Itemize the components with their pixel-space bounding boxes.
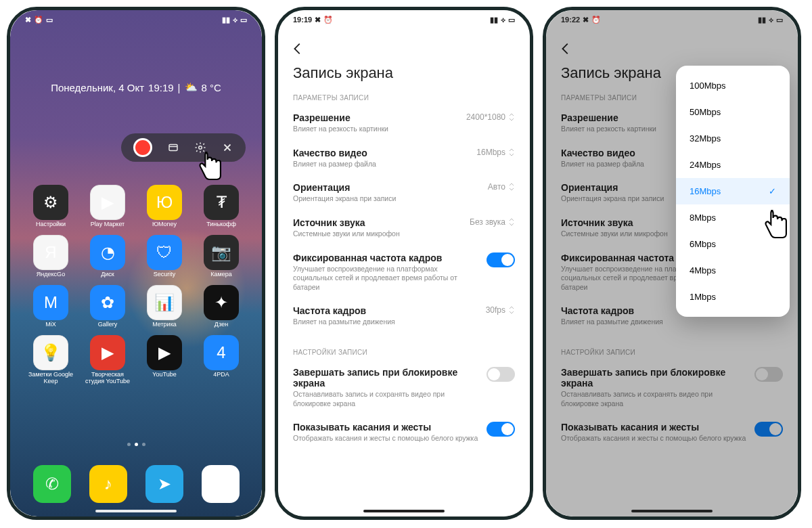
app-grid: ⚙Настройки▶Play МаркетЮЮMoney₮ТинькоффЯЯ… (24, 185, 248, 384)
row-lock-stop[interactable]: Завершать запись при блокировке экранаОс… (278, 360, 530, 415)
option-label: 32Mbps (690, 133, 721, 144)
app-play-маркет[interactable]: ▶Play Маркет (81, 185, 135, 228)
app-диск[interactable]: ◔Диск (81, 235, 135, 278)
status-time: 19:19 (293, 16, 312, 24)
row-fixed-fps[interactable]: Фиксированная частота кадровУлучшает вос… (278, 246, 530, 299)
app-мix[interactable]: MМiX (24, 285, 78, 328)
app-youtube[interactable]: ▶YouTube (137, 335, 191, 385)
app-icon: ₮ (204, 185, 239, 220)
row-resolution[interactable]: РазрешениеВлияет на резкость картинки 24… (278, 106, 530, 141)
app-[interactable]: O (192, 465, 248, 503)
app-label: Gallery (98, 322, 118, 328)
app-label: Метрика (152, 322, 177, 328)
home-indicator[interactable] (95, 510, 177, 512)
app-security[interactable]: 🛡Security (137, 235, 191, 278)
app-icon: M (33, 285, 68, 320)
section-recording: НАСТРОЙКИ ЗАПИСИ (293, 349, 515, 356)
signal-icon: ▮▮ (758, 16, 766, 24)
notif-icon: ▭ (46, 16, 53, 24)
app-icon: 📊 (147, 285, 182, 320)
dnd-icon: ✖ (315, 16, 321, 24)
option-label: 4Mbps (690, 265, 716, 276)
option-100Mbps[interactable]: 100Mbps (676, 72, 790, 99)
app-icon: O (202, 465, 240, 503)
option-6Mbps[interactable]: 6Mbps (676, 231, 790, 257)
app-icon: ▶ (90, 185, 125, 220)
settings-page: 19:19✖⏰ ▮▮⟡▭ Запись экрана ПАРАМЕТРЫ ЗАП… (278, 10, 530, 516)
option-label: 6Mbps (690, 239, 716, 249)
app-заметки-google-keep[interactable]: 💡Заметки Google Keep (24, 335, 78, 385)
status-bar: 19:19✖⏰ ▮▮⟡▭ (278, 10, 530, 29)
option-50Mbps[interactable]: 50Mbps (676, 99, 790, 125)
option-1Mbps[interactable]: 1Mbps (676, 284, 790, 310)
app-label: Play Маркет (91, 221, 125, 228)
wifi-icon: ⟡ (769, 16, 773, 24)
app-настройки[interactable]: ⚙Настройки (24, 185, 78, 228)
app-яндексgo[interactable]: ЯЯндексGo (24, 235, 78, 278)
toggle-show-touches[interactable] (487, 422, 515, 437)
toggle-lock-stop[interactable] (487, 367, 515, 382)
app-icon: ✿ (90, 285, 125, 320)
app-label: YouTube (152, 372, 176, 378)
alarm-icon: ⏰ (591, 16, 601, 24)
chevron-updown-icon (508, 148, 515, 157)
record-button[interactable] (133, 138, 152, 157)
dnd-icon: ✖ (583, 16, 589, 24)
app-icon: ✦ (204, 285, 239, 320)
option-24Mbps[interactable]: 24Mbps (676, 152, 790, 178)
app-icon: ▶ (147, 335, 182, 370)
app-юmoney[interactable]: ЮЮMoney (137, 185, 191, 228)
app-тинькофф[interactable]: ₮Тинькофф (194, 185, 248, 228)
app-label: 4PDA (213, 372, 229, 378)
app-творческая-студия-youtube[interactable]: ▶Творческая студия YouTube (81, 335, 135, 385)
row-orientation[interactable]: ОриентацияОриентация экрана при записи А… (278, 175, 530, 211)
alarm-icon: ⏰ (323, 16, 333, 24)
date-weather[interactable]: Понедельник, 4 Окт 19:19 | ⛅ 8 °C (10, 81, 262, 93)
app-[interactable]: ➤ (136, 465, 192, 503)
signal-icon: ▮▮ (490, 16, 498, 24)
row-show-touches[interactable]: Показывать касания и жестыОтображать кас… (278, 415, 530, 450)
home-indicator[interactable] (363, 510, 445, 512)
back-button[interactable] (290, 41, 518, 59)
app-gallery[interactable]: ✿Gallery (81, 285, 135, 328)
app-label: Камера (210, 271, 231, 278)
app-[interactable]: ✆ (24, 465, 80, 503)
app-[interactable]: ♪ (80, 465, 136, 503)
recorder-toolbar[interactable] (121, 133, 246, 162)
dnd-icon: ✖ (25, 16, 31, 24)
app-метрика[interactable]: 📊Метрика (137, 285, 191, 328)
wifi-icon: ⟡ (501, 16, 505, 24)
alarm-icon: ⏰ (34, 16, 43, 24)
separator: | (178, 82, 181, 93)
option-32Mbps[interactable]: 32Mbps (676, 125, 790, 152)
option-16Mbps[interactable]: 16Mbps✓ (676, 178, 790, 204)
app-icon: ♪ (89, 465, 127, 503)
close-icon[interactable] (221, 141, 233, 154)
option-4Mbps[interactable]: 4Mbps (676, 257, 790, 284)
phone-settings-popup: 19:22✖⏰ ▮▮⟡▭ Запись экрана ПАРАМЕТРЫ ЗАП… (543, 7, 801, 520)
status-right: ▮▮ ⟡ ▭ (222, 16, 247, 24)
home-indicator[interactable] (631, 510, 713, 512)
app-дзен[interactable]: ✦Дзен (194, 285, 248, 328)
row-sound[interactable]: Источник звукаСистемные звуки или микроф… (278, 211, 530, 246)
wifi-icon: ⟡ (233, 16, 238, 24)
battery-icon: ▭ (776, 16, 783, 24)
app-icon: Ю (147, 185, 182, 220)
quality-dropdown[interactable]: 100Mbps50Mbps32Mbps24Mbps16Mbps✓8Mbps6Mb… (676, 66, 790, 317)
preview-icon[interactable] (167, 141, 179, 154)
svg-rect-0 (169, 145, 177, 151)
gear-icon[interactable] (194, 141, 206, 154)
toggle-fixed-fps[interactable] (487, 252, 515, 267)
app-label: МiX (45, 322, 56, 328)
app-камера[interactable]: 📷Камера (194, 235, 248, 278)
row-quality[interactable]: Качество видеоВлияет на размер файла 16M… (278, 141, 530, 176)
app-icon: Я (33, 235, 68, 270)
weekday-date: Понедельник, 4 Окт (51, 82, 144, 93)
option-8Mbps[interactable]: 8Mbps (676, 204, 790, 231)
page-title: Запись экрана (293, 64, 515, 82)
row-fps[interactable]: Частота кадровВлияет на размытие движени… (278, 299, 530, 334)
status-time: 19:22 (561, 16, 580, 24)
app-4pda[interactable]: 44PDA (194, 335, 248, 385)
app-icon: ▶ (90, 335, 125, 370)
page-dots[interactable] (10, 443, 262, 446)
